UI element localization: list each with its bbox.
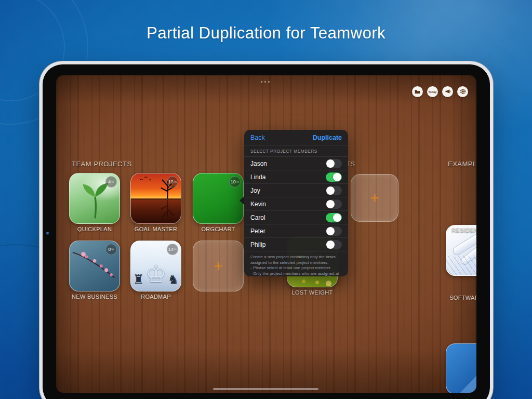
- member-row: Kevin: [244, 197, 348, 211]
- toggle-knob: [326, 159, 335, 168]
- today-button[interactable]: Today: [427, 86, 438, 97]
- settings-button[interactable]: [457, 86, 468, 97]
- chess-piece-dark: ♞: [168, 273, 179, 286]
- tile-label: RESIDENTIAL: [437, 227, 476, 233]
- member-name: Carol: [250, 214, 265, 221]
- toggle-knob: [333, 173, 341, 181]
- announcement-button[interactable]: [442, 86, 453, 97]
- member-row: Philip: [244, 238, 348, 251]
- tile-label: QUICKPLAN: [61, 226, 128, 232]
- folder-icon: [415, 87, 420, 97]
- plus-icon: +: [370, 189, 379, 207]
- project-tile-roadmap[interactable]: ♜ ♔ ♞ 14%: [130, 241, 181, 291]
- member-row: Linda: [244, 170, 348, 184]
- duplicate-help-text: Create a new project containing only the…: [244, 251, 348, 276]
- member-toggle[interactable]: [326, 172, 342, 182]
- section-label-examples: EXAMPLES: [448, 160, 476, 168]
- folder-button[interactable]: [412, 86, 423, 97]
- tile-label: LOST WEIGHT: [278, 289, 346, 296]
- chess-piece-dark: ♜: [133, 273, 144, 286]
- project-tile-orgchart[interactable]: 10%: [193, 173, 244, 224]
- section-label-team-projects: TEAM PROJECTS: [72, 160, 132, 168]
- gear-icon: [460, 87, 466, 97]
- today-label: Today: [429, 90, 437, 94]
- member-name: Jason: [250, 160, 267, 167]
- member-row: Jason: [244, 157, 348, 170]
- app-screen: ••• Today: [56, 75, 476, 393]
- member-toggle[interactable]: [326, 159, 342, 168]
- tile-label: ORGCHART: [184, 226, 252, 232]
- tile-label: NEW BUSINESS: [61, 294, 128, 300]
- popover-header: Back Duplicate: [244, 130, 348, 145]
- select-members-header: SELECT PROJECT MEMBERS: [244, 145, 348, 157]
- member-name: Joy: [250, 187, 260, 194]
- promo-canvas: Partial Duplication for Teamwork ••• Tod…: [0, 0, 532, 399]
- blueprint-lines: [446, 256, 476, 275]
- duplicate-popover: Back Duplicate SELECT PROJECT MEMBERS Ja…: [244, 130, 348, 276]
- multitask-indicator[interactable]: •••: [250, 78, 282, 85]
- toggle-knob: [333, 214, 341, 222]
- toolbar: Today: [412, 86, 468, 97]
- member-row: Peter: [244, 224, 348, 238]
- project-tile-new-business[interactable]: 0%: [69, 241, 120, 291]
- project-tile-goal-master[interactable]: 10%: [130, 173, 181, 224]
- toggle-knob: [326, 241, 335, 249]
- plus-icon: +: [214, 257, 223, 275]
- member-row: Carol: [244, 211, 348, 224]
- toggle-knob: [326, 227, 335, 235]
- member-name: Peter: [250, 228, 265, 235]
- chess-piece-king: ♔: [145, 262, 166, 286]
- project-tile-software[interactable]: [446, 343, 476, 393]
- add-project-tile[interactable]: +: [193, 241, 244, 291]
- page-title: Partial Duplication for Teamwork: [0, 24, 532, 43]
- tile-label: ROADMAP: [122, 294, 190, 300]
- member-name: Philip: [250, 241, 265, 248]
- progress-badge: 10%: [167, 176, 178, 188]
- back-button[interactable]: Back: [250, 134, 265, 141]
- ipad-device-frame: ••• Today: [43, 64, 490, 399]
- front-camera: [46, 232, 49, 235]
- tile-label: GOAL MASTER: [122, 226, 190, 232]
- tile-label: SOFTWARE DE: [437, 295, 476, 301]
- member-name: Kevin: [250, 201, 266, 208]
- member-toggle[interactable]: [326, 227, 342, 236]
- megaphone-icon: [445, 87, 451, 97]
- member-toggle[interactable]: [326, 200, 342, 209]
- progress-badge: 0%: [105, 244, 117, 255]
- progress-badge: 4%: [105, 176, 117, 188]
- member-toggle[interactable]: [326, 240, 342, 249]
- member-toggle[interactable]: [326, 186, 342, 195]
- toggle-knob: [326, 200, 335, 208]
- progress-badge: 14%: [167, 244, 178, 255]
- home-indicator[interactable]: [213, 388, 318, 390]
- member-toggle[interactable]: [326, 213, 342, 222]
- duplicate-button[interactable]: Duplicate: [313, 134, 342, 141]
- project-tile-quickplan[interactable]: 4%: [69, 173, 120, 224]
- toggle-knob: [326, 187, 335, 195]
- add-project-tile[interactable]: +: [351, 174, 398, 222]
- member-row: Joy: [244, 184, 348, 197]
- member-name: Linda: [250, 174, 265, 181]
- progress-badge: 10%: [229, 176, 241, 188]
